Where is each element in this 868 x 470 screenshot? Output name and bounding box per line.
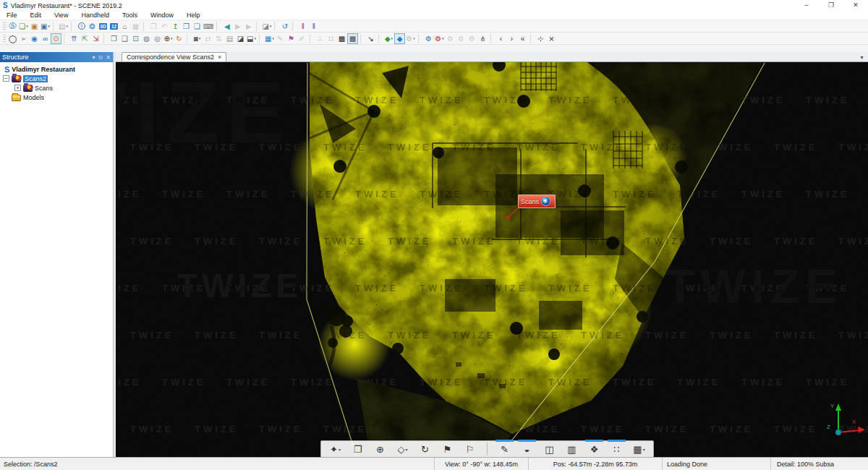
annotation-note-button[interactable]: ✎: [275, 33, 286, 44]
web-share-button[interactable]: ❂: [87, 21, 98, 32]
axis-gizmo[interactable]: Y X Z: [812, 399, 868, 456]
import-to-workspace-button[interactable]: ⇱: [80, 33, 90, 44]
scene-logo-button[interactable]: Ⓢ: [7, 21, 18, 32]
view-quad-button[interactable]: 12: [109, 21, 119, 32]
tree-item-root[interactable]: S Vladimyr Restaurant: [0, 64, 113, 74]
process-red-button[interactable]: ⚙▾: [434, 33, 445, 44]
nav-forward-alt-button[interactable]: ▶: [243, 21, 254, 32]
panel-pin-button[interactable]: ⊙: [98, 54, 103, 61]
clipping-box-blue-button[interactable]: ◆: [394, 33, 405, 44]
split-view-button[interactable]: ◫: [538, 441, 561, 457]
menu-item-handheld[interactable]: Handheld: [75, 12, 116, 19]
pan-tool-button[interactable]: ➢: [18, 33, 29, 44]
process-globe-button[interactable]: ⚙: [423, 33, 434, 44]
process-1-button[interactable]: ⚙: [445, 33, 456, 44]
share-button[interactable]: ⋔: [477, 33, 488, 44]
pan-3d-button[interactable]: ❐: [346, 441, 369, 457]
orbit-tool-button[interactable]: ↻: [174, 33, 184, 44]
view-mode-button[interactable]: ◇▾: [391, 441, 414, 457]
pen-tool-button[interactable]: ✐: [297, 33, 307, 44]
pick-point-button[interactable]: ↘: [365, 33, 376, 44]
panel-menu-button[interactable]: ▾: [93, 54, 95, 61]
marker-eye-icon[interactable]: [541, 197, 550, 206]
walk-mode-button[interactable]: ✦▾: [324, 441, 346, 457]
nav-back-button[interactable]: ◀: [221, 21, 232, 32]
web-sphere-button[interactable]: ◉: [29, 33, 40, 44]
rotate-view-button[interactable]: ↻: [414, 441, 436, 457]
process-2-button[interactable]: ⚙: [456, 33, 467, 44]
tree-item-scans[interactable]: + Scans: [0, 83, 113, 93]
new-project-button[interactable]: ❏▾: [18, 21, 29, 32]
color-3d-button[interactable]: ❖: [583, 441, 605, 457]
collapse-all-button[interactable]: «: [517, 33, 528, 44]
view-sphere-alt-button[interactable]: ◎: [152, 33, 163, 44]
exit-fullscreen-button[interactable]: ⨯: [546, 33, 557, 44]
print-button[interactable]: ▤▾: [58, 21, 69, 32]
tree-item-scans2[interactable]: − Scans2: [0, 74, 113, 83]
view-cube-iso-button[interactable]: ⊡: [130, 33, 141, 44]
image-button[interactable]: ◪: [235, 33, 246, 44]
image-view-button[interactable]: ◪▾: [261, 21, 272, 32]
toolbar-grip[interactable]: [3, 35, 6, 43]
point-density-4-button[interactable]: ▩: [347, 33, 358, 44]
examine-tool-button[interactable]: ∞: [40, 33, 51, 44]
import-data-button[interactable]: ↥: [170, 21, 181, 32]
save-button[interactable]: ▣▾: [40, 21, 51, 32]
workspace-window-button[interactable]: ❐: [181, 21, 192, 32]
process-3-button[interactable]: ⚙: [467, 33, 477, 44]
help-button[interactable]: ?: [76, 21, 87, 32]
panel-close-button[interactable]: ✕: [106, 54, 111, 61]
flag-annotation-button[interactable]: ⚑: [436, 441, 459, 457]
zoom-tool-button[interactable]: ⊕▾: [163, 33, 174, 44]
tab-close-icon[interactable]: ×: [218, 54, 221, 61]
histogram-button[interactable]: ▥: [561, 441, 583, 457]
tab-overflow-button[interactable]: ▼: [859, 55, 864, 60]
flag-marker-button[interactable]: ⚑: [286, 33, 297, 44]
menu-item-view[interactable]: View: [48, 12, 75, 19]
menu-item-file[interactable]: File: [0, 12, 24, 19]
move-scan-button[interactable]: ⇄: [203, 33, 213, 44]
console-button[interactable]: ⌨: [203, 21, 214, 32]
point-density-3-button[interactable]: ▩: [336, 33, 347, 44]
viewport-canvas[interactable]: TWIZETWIZETWIZETWIZETWIZETWIZETWIZETWIZE…: [116, 62, 868, 457]
scan-position-marker[interactable]: Scans: [518, 195, 556, 208]
undo-button[interactable]: ↶: [159, 21, 170, 32]
fullscreen-button[interactable]: ⊹: [535, 33, 546, 44]
close-button[interactable]: ✕: [843, 0, 868, 11]
menu-item-help[interactable]: Help: [180, 12, 207, 19]
add-view-button[interactable]: ❏: [192, 21, 203, 32]
tab-correspondence-view[interactable]: Correspondence View Scans2 ×: [122, 52, 226, 61]
menu-item-window[interactable]: Window: [144, 12, 180, 19]
view-sphere-button[interactable]: ◍: [141, 33, 152, 44]
select-tool-button[interactable]: ◯: [7, 33, 18, 44]
point-density-2-button[interactable]: ∷: [326, 33, 336, 44]
vr-mode-button[interactable]: ◒: [516, 441, 538, 457]
menu-item-tools[interactable]: Tools: [116, 12, 144, 19]
rotate-scan-button[interactable]: ⇅: [213, 33, 224, 44]
flag-annotation-dashed-button[interactable]: ⚐: [459, 441, 481, 457]
collapse-left-button[interactable]: ‹: [495, 33, 506, 44]
home-view-button[interactable]: ⌂: [119, 21, 130, 32]
view-cube-front-button[interactable]: ❒: [109, 33, 119, 44]
scan-manager-button[interactable]: ‖: [297, 21, 308, 32]
view-3d-button[interactable]: 3D: [98, 21, 109, 32]
document-button[interactable]: ▤: [224, 33, 235, 44]
screenshot-button[interactable]: ⬓▾: [246, 33, 257, 44]
expand-expander-icon[interactable]: +: [14, 85, 21, 91]
zoom-in-button[interactable]: ⊕: [369, 441, 391, 457]
copy-button[interactable]: ❐: [148, 21, 159, 32]
tree-item-models[interactable]: Models: [0, 93, 113, 102]
settings-gray-button[interactable]: ⚙▾: [405, 33, 416, 44]
layout-button[interactable]: ▦: [130, 21, 141, 32]
grid-view-button[interactable]: ▦▾: [264, 33, 275, 44]
menu-item-edit[interactable]: Edit: [24, 12, 48, 19]
point-render-button[interactable]: ∷: [605, 441, 628, 457]
nav-forward-button[interactable]: ▶: [232, 21, 243, 32]
point-size-button[interactable]: ▦▾: [628, 441, 650, 457]
view-cube-back-button[interactable]: ❑: [119, 33, 130, 44]
sync-button[interactable]: ↺: [279, 21, 290, 32]
minimize-button[interactable]: –: [794, 0, 819, 11]
open-import-button[interactable]: ▣: [29, 21, 40, 32]
clipping-box-green-button[interactable]: ◆▾: [383, 33, 394, 44]
collapse-expander-icon[interactable]: −: [3, 75, 9, 82]
